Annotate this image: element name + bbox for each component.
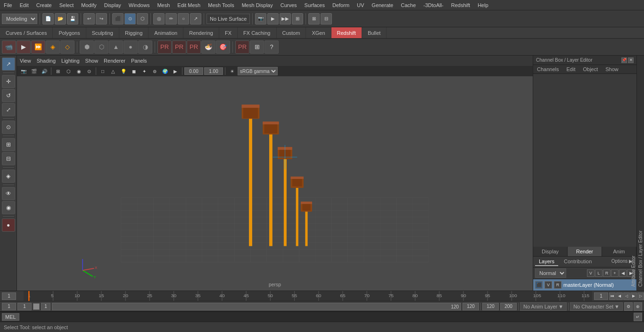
vp-grid-btn[interactable]: ⊞ — [53, 67, 63, 75]
range-end-input[interactable] — [482, 303, 499, 310]
rs-icon-5[interactable]: ◇ — [60, 40, 74, 54]
object-tab[interactable]: Object — [579, 65, 602, 73]
rs-icon-7[interactable]: ⬡ — [94, 40, 108, 54]
tab-fx-caching[interactable]: FX Caching — [238, 27, 276, 38]
cmd-input[interactable] — [22, 313, 631, 321]
show-btn[interactable]: ◉ — [2, 201, 15, 214]
menu-edit[interactable]: Edit — [16, 1, 33, 9]
frame-input-3[interactable] — [41, 303, 50, 310]
tab-redshift[interactable]: Redshift — [331, 27, 362, 38]
cmd-mode-btn[interactable]: MEL — [2, 313, 19, 321]
display-tab[interactable]: Display — [533, 247, 568, 256]
vp-scale-input[interactable] — [204, 67, 223, 75]
tab-custom[interactable]: Custom — [277, 27, 306, 38]
menu-mesh-display[interactable]: Mesh Display — [238, 1, 277, 9]
move-tool-btn[interactable]: ✛ — [2, 75, 15, 88]
play-fwd-btn[interactable]: ▶ — [630, 292, 637, 300]
menu-display[interactable]: Display — [100, 1, 125, 9]
rs-icon-14[interactable]: 🍜 — [201, 40, 215, 54]
edit-tab[interactable]: Edit — [562, 65, 579, 73]
frame-current-input[interactable] — [17, 303, 32, 310]
channels-tab[interactable]: Channels — [533, 65, 562, 73]
step-fwd-btn[interactable]: ▷ — [637, 292, 644, 300]
tab-curves-surfaces[interactable]: Curves / Surfaces — [0, 27, 53, 38]
vtab-channel-box[interactable]: Channel Box / Layer Editor — [637, 56, 644, 291]
anim-blend-btn[interactable]: ⊕ — [634, 302, 642, 311]
component-mode-btn[interactable]: ⬡ — [137, 13, 148, 24]
vp-render-btn[interactable]: ▶ — [171, 67, 180, 75]
char-set-dropdown[interactable]: No Character Set ▼ — [570, 302, 623, 311]
tab-fx[interactable]: FX — [219, 27, 238, 38]
rs-icon-12[interactable]: PR — [172, 40, 186, 54]
menu-cache[interactable]: Cache — [397, 1, 420, 9]
menu-3dtall[interactable]: -3DtoAll- — [420, 1, 447, 9]
masterlayer-row[interactable]: ⬛ V R masterLayer (Normal) — [533, 279, 636, 291]
menu-mesh[interactable]: Mesh — [153, 1, 173, 9]
max-frame-input[interactable] — [500, 303, 517, 310]
rs-icon-15[interactable]: 🎯 — [216, 40, 230, 54]
rs-icon-13[interactable]: PR — [187, 40, 201, 54]
rs-icon-17[interactable]: ⊞ — [250, 40, 264, 54]
vp-audio-btn[interactable]: 🔊 — [40, 67, 49, 75]
menu-redshift[interactable]: Redshift — [447, 1, 474, 9]
vp-menu-view[interactable]: View — [20, 58, 31, 64]
snapshot-btn[interactable]: ⊞ — [292, 13, 303, 24]
hide-btn[interactable]: 👁 — [2, 187, 15, 200]
menu-generate[interactable]: Generate — [368, 1, 397, 9]
object-mode-btn[interactable]: ⊙ — [124, 13, 136, 24]
step-back-btn[interactable]: ◀ — [616, 292, 623, 300]
menu-edit-mesh[interactable]: Edit Mesh — [173, 1, 204, 9]
workspace-dropdown[interactable]: Modeling — [2, 14, 37, 24]
vp-shadow-btn[interactable]: ◼ — [129, 67, 139, 75]
menu-modify[interactable]: Modify — [77, 1, 100, 9]
rs-icon-3[interactable]: ⏩ — [31, 40, 45, 54]
menu-uv[interactable]: UV — [353, 1, 368, 9]
rs-icon-18[interactable]: ? — [264, 40, 279, 54]
menu-create[interactable]: Create — [33, 1, 56, 9]
save-scene-btn[interactable]: 💾 — [67, 13, 78, 24]
menu-file[interactable]: File — [0, 1, 16, 9]
vp-menu-shading[interactable]: Shading — [37, 58, 56, 64]
frame-start-input[interactable] — [2, 303, 16, 310]
play-back-btn[interactable]: ◁ — [623, 292, 630, 300]
menu-deform[interactable]: Deform — [329, 1, 353, 9]
contribution-tab[interactable]: Contribution — [560, 258, 595, 266]
undo-btn[interactable]: ↩ — [83, 13, 95, 24]
tab-bullet[interactable]: Bullet — [362, 27, 387, 38]
layer-lock-btn[interactable]: L — [595, 269, 603, 277]
tab-sculpting[interactable]: Sculpting — [86, 27, 119, 38]
rs-icon-1[interactable]: 📹 — [2, 40, 16, 54]
vp-menu-show[interactable]: Show — [85, 58, 99, 64]
layer-add-btn[interactable]: + — [611, 269, 619, 277]
snap2-btn[interactable]: ⊟ — [2, 152, 15, 165]
anim-prefs-btn[interactable]: ⚙ — [624, 302, 633, 311]
layer-render-btn[interactable]: R — [603, 269, 611, 277]
vp-gamma-dropdown[interactable]: sRGB gamma — [238, 67, 278, 75]
vp-iso-btn[interactable]: ⊚ — [150, 67, 159, 75]
menu-windows[interactable]: Windows — [125, 1, 154, 9]
layer-prev-btn[interactable]: ◀ — [619, 269, 627, 277]
soft-mod-btn[interactable]: ⊙ — [2, 121, 15, 134]
cmd-enter-btn[interactable]: ↵ — [634, 313, 642, 321]
panel-pin-btn[interactable]: 📌 — [621, 57, 627, 63]
menu-curves[interactable]: Curves — [277, 1, 301, 9]
rs-icon-9[interactable]: ● — [124, 40, 138, 54]
timeline-start-input[interactable] — [2, 292, 16, 300]
vp-coord-input[interactable] — [184, 67, 203, 75]
render2-btn[interactable]: ▶▶ — [280, 13, 291, 24]
rs-icon-16[interactable]: PR — [235, 40, 249, 54]
new-scene-btn[interactable]: 📄 — [42, 13, 54, 24]
select-mode-btn[interactable]: ⬛ — [112, 13, 124, 24]
menu-surfaces[interactable]: Surfaces — [301, 1, 329, 9]
vp-camera-btn[interactable]: 📷 — [19, 67, 28, 75]
rotate-tool-btn[interactable]: ↺ — [2, 89, 15, 102]
vp-pts-btn[interactable]: ⊙ — [84, 67, 94, 75]
render-tab[interactable]: Render — [568, 247, 602, 256]
vp-light-btn[interactable]: 💡 — [119, 67, 128, 75]
timeline-ruler[interactable]: 1 5 10 15 20 25 30 35 40 45 50 55 60 65 … — [24, 291, 592, 301]
rs-icon-6[interactable]: ⬢ — [80, 40, 94, 54]
masterlayer-render[interactable]: R — [554, 281, 561, 289]
menu-select[interactable]: Select — [56, 1, 78, 9]
anim-layer-dropdown[interactable]: No Anim Layer ▼ — [520, 302, 567, 311]
select-tool-btn[interactable]: ↗ — [2, 57, 15, 71]
